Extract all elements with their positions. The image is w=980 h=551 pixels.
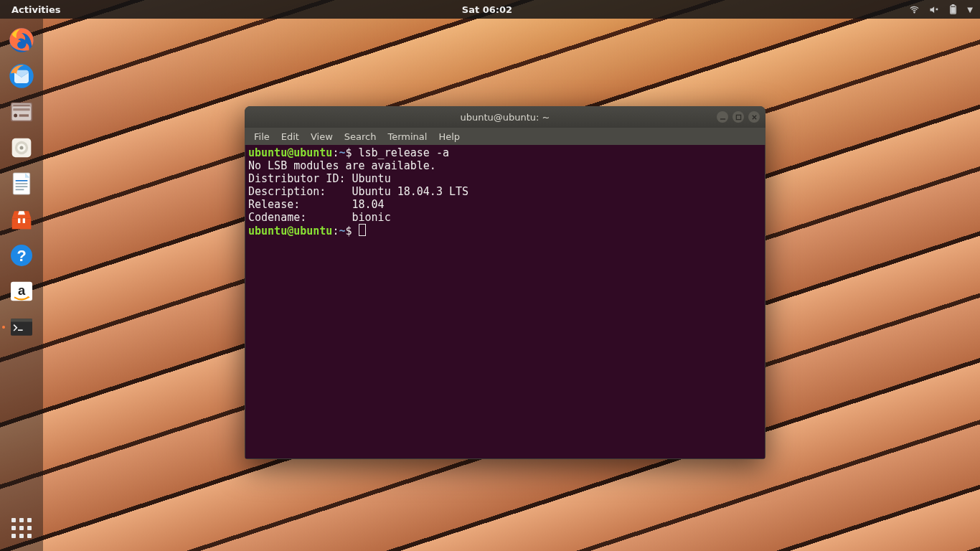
menu-search[interactable]: Search [339,131,382,142]
svg-rect-32 [720,118,725,119]
active-indicator [2,326,5,329]
svg-point-11 [14,114,17,118]
svg-rect-12 [19,114,29,116]
svg-rect-24 [23,218,25,223]
prompt-dollar: $ [345,225,358,237]
dock-item-help[interactable]: ? [6,240,37,271]
close-button[interactable] [748,111,760,123]
output-line: No LSB modules are available. [248,159,436,172]
prompt-user: ubuntu@ubuntu [248,146,332,159]
svg-rect-8 [13,108,29,110]
dock-item-amazon[interactable]: a [6,276,37,307]
svg-rect-20 [16,186,28,187]
svg-point-0 [914,11,915,12]
cursor [359,224,366,236]
svg-rect-18 [16,180,28,182]
output-line: Codename: bionic [248,211,391,224]
top-panel: Activities Sat 06:02 ▼ [0,0,980,19]
svg-point-16 [20,146,24,150]
svg-rect-3 [951,7,955,13]
svg-rect-19 [16,183,28,184]
svg-rect-31 [18,329,23,331]
terminal-menubar: File Edit View Search Terminal Help [245,128,765,145]
volume-muted-icon[interactable] [928,4,939,15]
svg-text:a: a [18,283,26,298]
dock-item-firefox[interactable] [6,24,37,56]
window-titlebar[interactable]: ubuntu@ubuntu: ~ [245,106,765,128]
clock[interactable]: Sat 06:02 [462,4,512,15]
desktop: Activities Sat 06:02 ▼ [0,0,980,551]
output-line: Description: Ubuntu 18.04.3 LTS [248,185,468,198]
menu-view[interactable]: View [306,131,338,142]
chevron-down-icon[interactable]: ▼ [967,6,973,14]
menu-file[interactable]: File [249,131,275,142]
output-line: Distributor ID: Ubuntu [248,172,391,185]
svg-rect-22 [12,218,32,229]
svg-rect-21 [16,189,24,191]
svg-rect-23 [18,218,20,223]
svg-text:?: ? [17,247,26,265]
svg-rect-10 [13,105,29,106]
dock-item-terminal[interactable] [6,311,37,343]
apps-grid-icon [11,518,32,538]
wifi-icon[interactable] [909,4,920,15]
svg-rect-30 [11,319,32,321]
menu-edit[interactable]: Edit [276,131,304,142]
activities-button[interactable]: Activities [7,4,65,15]
svg-rect-2 [953,4,955,5]
menu-terminal[interactable]: Terminal [382,131,432,142]
show-applications-button[interactable] [6,512,37,544]
battery-icon[interactable] [948,4,958,15]
terminal-content[interactable]: ubuntu@ubuntu:~$ lsb_release -a No LSB m… [245,145,765,458]
window-title: ubuntu@ubuntu: ~ [245,112,765,123]
prompt-user: ubuntu@ubuntu [248,225,332,237]
dock: ? a [0,19,43,551]
maximize-button[interactable] [732,111,744,123]
terminal-window: ubuntu@ubuntu: ~ File Edit View Search T… [245,106,765,459]
dock-item-libreoffice-writer[interactable] [6,168,37,199]
svg-rect-33 [736,115,740,119]
dock-item-ubuntu-software[interactable] [6,204,37,235]
dock-item-files[interactable] [6,96,37,128]
dock-item-thunderbird[interactable] [6,60,37,92]
window-controls [717,106,760,128]
dock-item-rhythmbox[interactable] [6,132,37,164]
prompt-dollar: $ [345,146,358,159]
minimize-button[interactable] [717,111,728,123]
menu-help[interactable]: Help [433,131,465,142]
output-line: Release: 18.04 [248,198,385,211]
system-tray[interactable]: ▼ [909,4,973,15]
command-text: lsb_release -a [359,146,449,159]
